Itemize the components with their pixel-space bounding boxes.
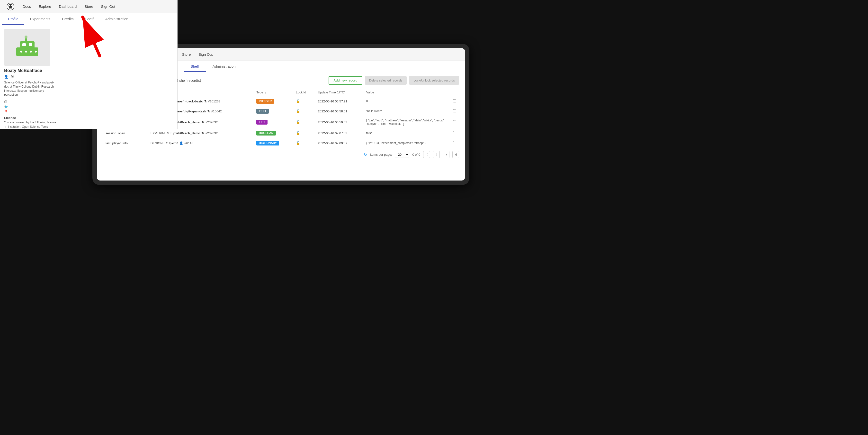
row-checkbox-4[interactable] xyxy=(453,141,456,144)
row-checkbox-2[interactable] xyxy=(453,120,456,123)
svg-point-16 xyxy=(35,51,37,53)
svg-point-2 xyxy=(9,5,10,6)
cell-updatetime-1: 2022-06-16 06:58:01 xyxy=(315,106,363,116)
cell-value-0: 0 xyxy=(363,96,450,106)
row-checkbox-3[interactable] xyxy=(453,131,456,134)
tab-experiments-left[interactable]: Experiments xyxy=(24,13,56,25)
profile-icons: 👤 🏛 xyxy=(4,75,58,79)
col-updatetime: Update Time (UTC) xyxy=(315,89,363,96)
cell-value-1: "hello world" xyxy=(363,106,450,116)
cell-checkbox-2[interactable] xyxy=(450,116,459,128)
nav-link-signout-left[interactable]: Sign Out xyxy=(101,4,115,8)
items-per-page-select[interactable]: 20 50 100 xyxy=(395,152,409,157)
cell-key-4: last_player_info xyxy=(103,138,148,148)
svg-rect-11 xyxy=(25,38,27,43)
profile-name: Boaty McBoatface xyxy=(4,68,58,73)
cell-lockid-4: 🔓 xyxy=(293,138,315,148)
profile-location-icon: 📍 xyxy=(4,110,58,114)
prev-page-button[interactable]: ⟨ xyxy=(433,151,440,158)
cell-lockid-2: 🔓 xyxy=(293,116,315,128)
profile-bio: Science Officer at PsychoPy and post-doc… xyxy=(4,81,58,97)
sort-icon: ↓ xyxy=(265,91,266,94)
nav-link-dashboard-left[interactable]: Dashboard xyxy=(59,4,76,8)
shelf-record-label: shelf record(s) xyxy=(179,79,201,83)
row-checkbox-1[interactable] xyxy=(453,109,456,113)
svg-point-15 xyxy=(30,51,32,53)
tablet-nav-signout[interactable]: Sign Out xyxy=(198,52,213,57)
svg-rect-4 xyxy=(9,7,10,8)
cell-updatetime-2: 2022-06-16 06:59:53 xyxy=(315,116,363,128)
svg-point-14 xyxy=(25,51,27,53)
cell-updatetime-4: 2022-06-16 07:09:07 xyxy=(315,138,363,148)
nav-link-explore-left[interactable]: Explore xyxy=(39,4,51,8)
logo-left[interactable] xyxy=(6,2,15,11)
col-value: Value xyxy=(363,89,450,96)
license-text: You are covered by the following license… xyxy=(4,121,58,124)
cell-type-4: DICTIONARY xyxy=(253,138,293,148)
cell-updatetime-0: 2022-06-16 06:57:21 xyxy=(315,96,363,106)
profile-left-column: Boaty McBoatface 👤 🏛 Science Officer at … xyxy=(4,29,58,128)
cell-type-0: INTEGER xyxy=(253,96,293,106)
profile-social: @ 🐦 📍 xyxy=(4,100,58,114)
col-lockid: Lock Id xyxy=(293,89,315,96)
nav-bar-left: Docs Explore Dashboard Store Sign Out xyxy=(0,0,177,13)
nav-link-docs-left[interactable]: Docs xyxy=(23,4,31,8)
svg-point-3 xyxy=(11,5,12,6)
svg-rect-8 xyxy=(20,41,34,49)
add-record-button[interactable]: Add new record xyxy=(329,76,362,85)
svg-rect-6 xyxy=(11,7,11,8)
delete-records-button[interactable]: Delete selected records xyxy=(365,76,407,85)
cell-lockid-1: 🔓 xyxy=(293,106,315,116)
profile-person-icon: 👤 xyxy=(4,75,8,79)
tab-administration-left[interactable]: Administration xyxy=(99,13,134,25)
cell-checkbox-4[interactable] xyxy=(450,138,459,148)
tablet-nav-store[interactable]: Store xyxy=(182,52,191,57)
cell-value-3: false xyxy=(363,128,450,138)
cell-type-2: LIST xyxy=(253,116,293,128)
tablet-tab-administration[interactable]: Administration xyxy=(206,61,243,72)
svg-rect-9 xyxy=(22,43,26,46)
cell-lockid-3: 🔓 xyxy=(293,128,315,138)
first-page-button[interactable]: ⟨⟨ xyxy=(423,151,430,158)
license-section: License You are covered by the following… xyxy=(4,116,58,128)
license-item: institution: Open Science Tools xyxy=(8,125,58,128)
cell-checkbox-1[interactable] xyxy=(450,106,459,116)
tab-profile-left[interactable]: Profile xyxy=(2,13,24,25)
tablet-tab-shelf[interactable]: Shelf xyxy=(184,61,206,72)
cell-checkbox-3[interactable] xyxy=(450,128,459,138)
page-info: 0 of 0 xyxy=(412,153,420,156)
license-title: License xyxy=(4,116,58,120)
tab-credits-left[interactable]: Credits xyxy=(56,13,80,25)
row-checkbox-0[interactable] xyxy=(453,99,456,102)
last-page-button[interactable]: ⟩⟩ xyxy=(452,151,459,158)
cell-type-1: TEXT xyxy=(253,106,293,116)
table-row: last_player_info DESIGNER: lpxrh6 👤 #611… xyxy=(103,138,459,148)
profile-twitter-icon: 🐦 xyxy=(4,105,58,108)
license-list: institution: Open Science Tools xyxy=(4,125,58,128)
svg-point-13 xyxy=(20,51,22,53)
avatar xyxy=(4,29,50,66)
nav-link-store-left[interactable]: Store xyxy=(84,4,93,8)
tab-shelf-left[interactable]: Shelf xyxy=(79,13,99,25)
cell-value-4: { "id": 123, "experiment_completed": "st… xyxy=(363,138,450,148)
profile-building-icon: 🏛 xyxy=(11,75,14,79)
refresh-icon[interactable]: ↻ xyxy=(364,152,367,157)
tabs-row-left: Profile Experiments Credits Shelf Admini… xyxy=(0,13,177,25)
left-panel: Docs Explore Dashboard Store Sign Out Pr… xyxy=(0,0,178,129)
toolbar-buttons: Add new record Delete selected records L… xyxy=(329,76,459,85)
lock-records-button[interactable]: Lock/Unlock selected records xyxy=(409,76,459,85)
svg-rect-10 xyxy=(29,43,32,46)
cell-scope-4: DESIGNER: lpxrh6 👤 #6118 xyxy=(148,138,253,148)
profile-at-icon: @ xyxy=(4,100,58,103)
col-checkbox-header xyxy=(450,89,459,96)
svg-rect-5 xyxy=(10,7,11,8)
cell-type-3: BOOLEAN xyxy=(253,128,293,138)
shelf-pagination: ↻ Items per page: 20 50 100 0 of 0 ⟨⟨ ⟨ … xyxy=(103,148,459,158)
svg-point-12 xyxy=(25,35,28,38)
col-type: Type ↓ xyxy=(253,89,293,96)
cell-lockid-0: 🔓 xyxy=(293,96,315,106)
profile-area: Boaty McBoatface 👤 🏛 Science Officer at … xyxy=(0,25,177,132)
next-page-button[interactable]: ⟩ xyxy=(443,151,450,158)
cell-value-2: [ "jon", "todd", "matthew", "leesann", "… xyxy=(363,116,450,128)
cell-checkbox-0[interactable] xyxy=(450,96,459,106)
